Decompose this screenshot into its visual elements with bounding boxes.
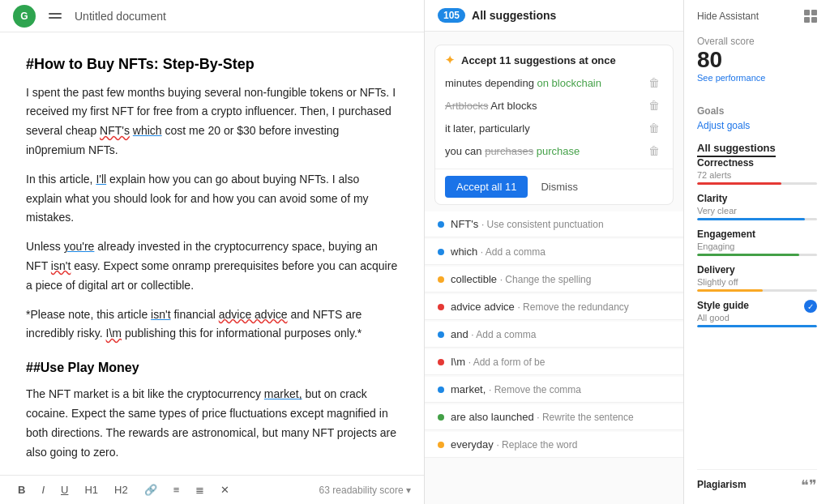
paragraph-5: The NFT market is a bit like the cryptoc… bbox=[26, 385, 398, 462]
suggestions-list: ✦ Accept 11 suggestions at once minutes … bbox=[425, 32, 683, 504]
paragraph-4: *Please note, this article isn't financi… bbox=[26, 305, 398, 344]
editor-toolbar: B I U H1 H2 🔗 ≡ ≣ ✕ 63 readability score… bbox=[0, 475, 424, 504]
accept-all-item-3: it later, particularly 🗑 bbox=[445, 117, 663, 139]
paragraph-1: I spent the past few months buying sever… bbox=[26, 83, 398, 160]
suggestion-advice[interactable]: advice advice · Remove the redundancy bbox=[425, 294, 683, 320]
h2-button[interactable]: H2 bbox=[109, 482, 133, 498]
list-ordered-button[interactable]: ≡ bbox=[169, 482, 185, 498]
editor-header: G Untitled document bbox=[0, 0, 424, 32]
adjust-goals-link[interactable]: Adjust goals bbox=[697, 120, 817, 131]
suggestions-title: All suggestions bbox=[472, 9, 556, 22]
engagement-metric: Engagement Engaging bbox=[697, 229, 817, 256]
delivery-bar-fill bbox=[697, 289, 763, 292]
goals-label: Goals bbox=[697, 105, 817, 117]
suggestion-im-text: I\m · Add a form of be bbox=[451, 356, 670, 368]
correctness-metric: Correctness 72 alerts bbox=[697, 157, 817, 185]
dot-red bbox=[438, 304, 444, 310]
dot-yellow-2 bbox=[438, 442, 444, 448]
suggestion-launched[interactable]: are also launched · Rewrite the sentence bbox=[425, 404, 683, 430]
suggestion-and[interactable]: and · Add a comma bbox=[425, 322, 683, 348]
suggestions-header: 105 All suggestions bbox=[425, 0, 683, 32]
correctness-bar bbox=[697, 182, 817, 185]
clarity-bar-fill bbox=[697, 218, 805, 220]
engagement-bar bbox=[697, 254, 817, 256]
style-guide-bar-fill bbox=[697, 325, 817, 327]
suggestion-market-text: market, · Remove the comma bbox=[451, 383, 670, 395]
sparkle-icon: ✦ bbox=[445, 53, 455, 66]
suggestion-everyday[interactable]: everyday · Replace the word bbox=[425, 432, 683, 458]
style-guide-bar bbox=[697, 325, 817, 327]
score-number: 80 bbox=[697, 47, 722, 73]
suggestion-which-text: which · Add a comma bbox=[451, 246, 670, 258]
dot-green bbox=[438, 414, 444, 421]
suggestion-im[interactable]: I\m · Add a form of be bbox=[425, 349, 683, 375]
suggestion-and-text: and · Add a comma bbox=[451, 328, 670, 340]
bold-button[interactable]: B bbox=[13, 482, 30, 498]
delete-item-3[interactable]: 🗑 bbox=[645, 120, 663, 136]
plagiarism-section: Plagiarism ❝❞ bbox=[697, 469, 817, 494]
suggestions-panel: 105 All suggestions ✦ Accept 11 suggesti… bbox=[425, 0, 684, 504]
accept-all-items: minutes depending on blockchain 🗑 Artblo… bbox=[435, 71, 673, 169]
score-row: 80 bbox=[697, 47, 817, 73]
accept-all-button[interactable]: Accept all 11 bbox=[445, 176, 528, 198]
suggestion-which[interactable]: which · Add a comma bbox=[425, 239, 683, 265]
plagiarism-label[interactable]: Plagiarism bbox=[697, 479, 747, 490]
accept-all-card: ✦ Accept 11 suggestions at once minutes … bbox=[434, 45, 674, 205]
suggestion-market[interactable]: market, · Remove the comma bbox=[425, 377, 683, 403]
dot-blue-3 bbox=[438, 331, 444, 338]
all-suggestions-tab[interactable]: All suggestions bbox=[697, 141, 817, 154]
hide-assistant-button[interactable]: Hide Assistant bbox=[697, 11, 759, 22]
see-performance-link[interactable]: See performance bbox=[697, 73, 817, 83]
check-icon: ✓ bbox=[804, 300, 817, 313]
list-unordered-button[interactable]: ≣ bbox=[190, 482, 209, 498]
editor-content[interactable]: #How to Buy NFTs: Step-By-Step I spent t… bbox=[0, 32, 424, 475]
delivery-metric: Delivery Slightly off bbox=[697, 264, 817, 292]
suggestion-advice-text: advice advice · Remove the redundancy bbox=[451, 301, 670, 313]
accept-all-item-4: you can purchases purchase 🗑 bbox=[445, 139, 663, 162]
dot-yellow bbox=[438, 276, 444, 283]
clear-format-button[interactable]: ✕ bbox=[216, 482, 234, 498]
engagement-bar-fill bbox=[697, 254, 799, 256]
dot-blue bbox=[438, 221, 444, 228]
underline-button[interactable]: U bbox=[56, 482, 73, 498]
delivery-bar bbox=[697, 289, 817, 292]
h1-button[interactable]: H1 bbox=[79, 482, 103, 498]
readability-score: 63 readability score ▾ bbox=[319, 485, 411, 496]
quote-icon: ❝❞ bbox=[801, 476, 817, 494]
accept-all-header: ✦ Accept 11 suggestions at once bbox=[435, 45, 673, 71]
suggestion-launched-text: are also launched · Rewrite the sentence bbox=[451, 411, 670, 423]
suggestion-collectible[interactable]: collectible · Change the spelling bbox=[425, 267, 683, 293]
grid-icon[interactable] bbox=[804, 10, 817, 23]
doc-title: Untitled document bbox=[75, 10, 166, 23]
app-icon: G bbox=[13, 5, 36, 28]
heading2: ##Use Play Money bbox=[26, 357, 398, 378]
style-guide-metric: Style guide ✓ All good bbox=[697, 300, 817, 327]
assistant-panel: Hide Assistant Overall score 80 See perf… bbox=[684, 0, 830, 504]
accept-all-footer: Accept all 11 Dismiss bbox=[435, 169, 673, 204]
overall-score-section: Overall score 80 See performance bbox=[697, 36, 817, 83]
delete-item-4[interactable]: 🗑 bbox=[645, 143, 663, 159]
overall-score-label: Overall score bbox=[697, 36, 817, 47]
correctness-bar-fill bbox=[697, 182, 781, 185]
suggestions-badge: 105 bbox=[438, 8, 465, 23]
italic-button[interactable]: I bbox=[36, 482, 49, 498]
suggestion-collectible-text: collectible · Change the spelling bbox=[451, 273, 670, 285]
accept-all-item-1: minutes depending on blockchain 🗑 bbox=[445, 71, 663, 94]
suggestion-everyday-text: everyday · Replace the word bbox=[451, 438, 670, 451]
clarity-metric: Clarity Very clear bbox=[697, 193, 817, 220]
suggestion-nfts-text: NFT's · Use consistent punctuation bbox=[451, 218, 670, 230]
accept-all-item-2: Artblocks Art blocks 🗑 bbox=[445, 94, 663, 117]
paragraph-2: In this article, I'll explain how you ca… bbox=[26, 170, 398, 228]
accept-all-label: Accept 11 suggestions at once bbox=[461, 54, 616, 66]
delete-item-1[interactable]: 🗑 bbox=[645, 75, 663, 91]
heading1: #How to Buy NFTs: Step-By-Step bbox=[26, 52, 398, 77]
delete-item-2[interactable]: 🗑 bbox=[645, 97, 663, 113]
dismiss-button[interactable]: Dismiss bbox=[534, 176, 584, 198]
dot-red-2 bbox=[438, 359, 444, 365]
menu-icon[interactable] bbox=[45, 10, 65, 22]
link-button[interactable]: 🔗 bbox=[139, 482, 162, 498]
editor-panel: G Untitled document #How to Buy NFTs: St… bbox=[0, 0, 425, 504]
dot-blue-2 bbox=[438, 249, 444, 255]
suggestion-nfts[interactable]: NFT's · Use consistent punctuation bbox=[425, 211, 683, 237]
assistant-header: Hide Assistant bbox=[697, 10, 817, 23]
